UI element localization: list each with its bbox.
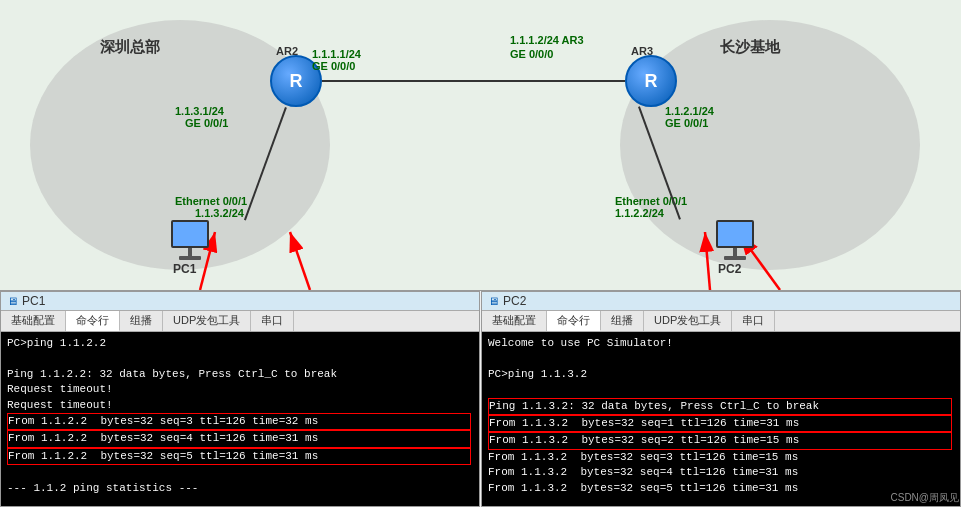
pc1-line-3: Ping 1.1.2.2: 32 data bytes, Press Ctrl_…: [7, 367, 473, 382]
ar2-ge-top: GE 0/0/0: [312, 60, 355, 72]
pc2-line-1: Welcome to use PC Simulator!: [488, 336, 954, 351]
terminal-pc2-title: PC2: [503, 294, 526, 308]
pc2-eth-label: Ethernet 0/0/1: [615, 195, 687, 207]
pc2-line-5: Ping 1.1.3.2: 32 data bytes, Press Ctrl_…: [488, 398, 952, 415]
pc1-line-2: [7, 351, 473, 366]
pc2-line-2: [488, 351, 954, 366]
terminal-pc1-body: PC>ping 1.1.2.2 Ping 1.1.2.2: 32 data by…: [1, 332, 479, 506]
pc2-line-10: From 1.1.3.2 bytes=32 seq=5 ttl=126 time…: [488, 481, 954, 496]
pc1-line-6: From 1.1.2.2 bytes=32 seq=3 ttl=126 time…: [7, 413, 471, 430]
tab-pc1-multicast[interactable]: 组播: [120, 311, 163, 331]
svg-line-2: [290, 232, 310, 290]
watermark: CSDN@周凤见: [891, 491, 960, 505]
pc1-line-7: From 1.1.2.2 bytes=32 seq=4 ttl=126 time…: [7, 430, 471, 447]
ar3-ge-bottom: GE 0/0/1: [665, 117, 708, 129]
pc1-line-8: From 1.1.2.2 bytes=32 seq=5 ttl=126 time…: [7, 448, 471, 465]
tab-pc1-cmd[interactable]: 命令行: [66, 311, 120, 331]
ar3-ip-bottom: 1.1.2.1/24: [665, 105, 714, 117]
site-right-circle: [620, 20, 920, 270]
pc1-line-9: [7, 465, 473, 480]
pc2-ip-label: 1.1.2.2/24: [615, 207, 664, 219]
pc1-line-4: Request timeout!: [7, 382, 473, 397]
pc1-line-10: --- 1.1.2 ping statistics ---: [7, 481, 473, 496]
tab-pc2-multicast[interactable]: 组播: [601, 311, 644, 331]
terminal-pc2-body: Welcome to use PC Simulator! PC>ping 1.1…: [482, 332, 960, 506]
terminal-pc1-title: PC1: [22, 294, 45, 308]
network-diagram: 深圳总部 长沙基地 AR2 R AR3 R 1.1.1.1/24 GE 0/0/…: [0, 0, 961, 290]
ar2-ge-bottom: GE 0/0/1: [185, 117, 228, 129]
router-left-symbol: R: [290, 71, 303, 92]
ar2-ip-top: 1.1.1.1/24: [312, 48, 361, 60]
terminal-pc1-tabs[interactable]: 基础配置 命令行 组播 UDP发包工具 串口: [1, 311, 479, 332]
tab-pc2-cmd[interactable]: 命令行: [547, 311, 601, 331]
terminal-pc2-titlebar: 🖥 PC2: [482, 292, 960, 311]
pc2-line-8: From 1.1.3.2 bytes=32 seq=3 ttl=126 time…: [488, 450, 954, 465]
pc2-line-6: From 1.1.3.2 bytes=32 seq=1 ttl=126 time…: [488, 415, 952, 432]
tab-pc2-udp[interactable]: UDP发包工具: [644, 311, 732, 331]
pc2-line-3: PC>ping 1.1.3.2: [488, 367, 954, 382]
tab-pc1-serial[interactable]: 串口: [251, 311, 294, 331]
tab-pc1-basic[interactable]: 基础配置: [1, 311, 66, 331]
tab-pc2-basic[interactable]: 基础配置: [482, 311, 547, 331]
terminal-pc1-icon: 🖥: [7, 295, 18, 307]
site-left-label: 深圳总部: [100, 38, 160, 57]
terminal-pc1-titlebar: 🖥 PC1: [1, 292, 479, 311]
terminal-pc2-icon: 🖥: [488, 295, 499, 307]
terminals-area: 🖥 PC1 基础配置 命令行 组播 UDP发包工具 串口 PC>ping 1.1…: [0, 290, 961, 507]
router-connector: [322, 80, 625, 82]
router-right: R: [625, 55, 677, 107]
pc2-line-9: From 1.1.3.2 bytes=32 seq=4 ttl=126 time…: [488, 465, 954, 480]
ar3-ge-top: GE 0/0/0: [510, 48, 553, 60]
tab-pc1-udp[interactable]: UDP发包工具: [163, 311, 251, 331]
site-right-label: 长沙基地: [720, 38, 780, 57]
pc1-line-1: PC>ping 1.1.2.2: [7, 336, 473, 351]
terminal-pc2: 🖥 PC2 基础配置 命令行 组播 UDP发包工具 串口 Welcome to …: [481, 291, 961, 507]
pc1-line-5: Request timeout!: [7, 398, 473, 413]
tab-pc2-serial[interactable]: 串口: [732, 311, 775, 331]
pc2-line-4: [488, 382, 954, 397]
pc1-eth-label: Ethernet 0/0/1: [175, 195, 247, 207]
pc2-line-7: From 1.1.3.2 bytes=32 seq=2 ttl=126 time…: [488, 432, 952, 449]
terminal-pc1: 🖥 PC1 基础配置 命令行 组播 UDP发包工具 串口 PC>ping 1.1…: [0, 291, 480, 507]
ar3-ip-top: 1.1.1.2/24 AR3: [510, 34, 584, 46]
pc1-ip-label: 1.1.3.2/24: [195, 207, 244, 219]
terminal-pc2-tabs[interactable]: 基础配置 命令行 组播 UDP发包工具 串口: [482, 311, 960, 332]
ar2-ip-bottom: 1.1.3.1/24: [175, 105, 224, 117]
router-right-symbol: R: [645, 71, 658, 92]
